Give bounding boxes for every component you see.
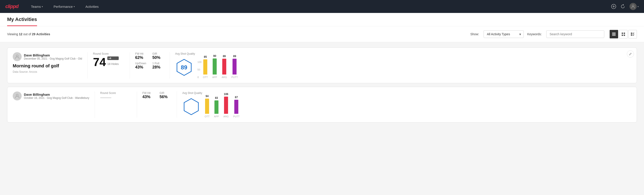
filter-bar: Viewing 12 out of 29 Activities Show: Al… <box>0 26 644 42</box>
shot-quality-inner-2: 94OTT83APP106ARG87PUTT <box>182 96 280 118</box>
gir-value: 50% <box>152 55 164 60</box>
svg-rect-11 <box>624 34 625 36</box>
round-score-label: Round Score <box>93 52 124 55</box>
divider <box>94 92 95 118</box>
stat-one-putt: 1 Putt 28% <box>152 62 164 70</box>
data-source: Data Source: Arccos <box>13 70 82 74</box>
bar-label: OTT <box>205 115 210 118</box>
navbar: clippd Teams ▾ Performance ▾ Activities <box>0 0 644 13</box>
gir-label-2: GIR <box>160 92 172 94</box>
divider <box>137 92 137 118</box>
activity-type-select-wrapper: All Activity Types <box>484 30 524 38</box>
bar-group: 85OTT <box>203 55 208 78</box>
bar <box>224 96 228 114</box>
view-list-detail-button[interactable] <box>628 30 637 38</box>
card-left: Dave Billingham December 05, 2021 · Gog … <box>13 52 82 74</box>
show-label: Show: <box>470 32 479 36</box>
activity-card-1: Dave Billingham December 05, 2021 · Gog … <box>7 48 637 83</box>
activity-title: Morning round of golf <box>13 63 82 68</box>
bar-label: PUTT <box>233 115 240 118</box>
y-label-100: 100 <box>198 61 202 63</box>
nav-activities[interactable]: Activities <box>84 4 100 9</box>
view-grid-button[interactable] <box>619 30 628 38</box>
score-display: 74 +4 18 Holes <box>93 56 124 68</box>
bar-value-label: 87 <box>235 96 238 99</box>
hexagon: 89 <box>175 58 193 76</box>
one-putt-label: 1 Putt <box>152 62 164 65</box>
user-details-2: Dave Billingham October 16, 2021 · Gog M… <box>24 92 89 100</box>
bar-label: ARG <box>223 115 229 118</box>
fw-hit-value-2: 43% <box>142 94 154 99</box>
brand-logo[interactable]: clippd <box>5 4 18 9</box>
svg-rect-15 <box>631 34 632 36</box>
bar-group: 83APP <box>214 96 219 118</box>
svg-rect-7 <box>612 35 616 36</box>
refresh-button[interactable] <box>620 4 625 9</box>
svg-rect-9 <box>624 32 625 34</box>
divider <box>177 92 177 118</box>
score-badge: +4 <box>107 56 119 60</box>
bar-chart-wrapper: 100 50 0 85OTT90APP89ARG89PUTT <box>198 56 238 78</box>
bar-group: 89PUTT <box>232 55 238 78</box>
hexagon-2 <box>182 98 200 116</box>
stat-gir: GIR 50% <box>152 52 164 60</box>
activity-type-select[interactable]: All Activity Types <box>484 30 524 38</box>
search-input[interactable] <box>546 30 604 38</box>
bar-label: PUTT <box>232 76 238 78</box>
svg-point-18 <box>16 55 18 57</box>
svg-point-20 <box>16 94 18 96</box>
bar <box>203 59 207 74</box>
avatar-2 <box>13 92 22 100</box>
hex-quality-number: 89 <box>181 64 187 71</box>
svg-point-3 <box>632 5 634 7</box>
round-score-label-2: Round Score <box>100 92 132 94</box>
svg-rect-10 <box>622 34 623 36</box>
gir-label: GIR <box>152 52 164 55</box>
bar-group: 106ARG <box>223 92 229 118</box>
bar <box>213 58 217 74</box>
avatar <box>13 52 22 61</box>
user-date: December 05, 2021 · Gog Magog Golf Club … <box>24 57 82 60</box>
shot-quality-inner: 89 100 50 0 85OTT90APP89ARG89PUTT <box>175 56 273 78</box>
stat-gir-2: GIR 56% <box>160 92 172 99</box>
edit-button[interactable] <box>627 50 634 58</box>
updown-value: 43% <box>135 65 147 70</box>
navbar-actions: ▾ <box>611 3 639 10</box>
page-header: My Activities <box>0 13 644 26</box>
bar-value-label: 83 <box>215 96 218 100</box>
add-button[interactable] <box>611 4 616 9</box>
stat-fw-hit: FW Hit 62% <box>135 52 147 60</box>
bar-value-label: 94 <box>206 94 208 98</box>
gir-value-2: 56% <box>160 94 172 99</box>
svg-rect-13 <box>632 33 634 33</box>
user-name-2: Dave Billingham <box>24 92 89 96</box>
svg-marker-21 <box>184 98 198 115</box>
stats-grid-2: FW Hit 43% GIR 56% <box>142 92 172 99</box>
svg-rect-14 <box>632 34 634 34</box>
card-left-2: Dave Billingham October 16, 2021 · Gog M… <box>13 92 89 103</box>
updown-label: Up/Down <box>135 62 147 65</box>
stat-updown: Up/Down 43% <box>135 62 147 70</box>
nav-performance[interactable]: Performance ▾ <box>52 4 76 9</box>
bar <box>234 100 238 114</box>
bar-group: 87PUTT <box>233 96 240 118</box>
nav-teams[interactable]: Teams ▾ <box>29 4 45 9</box>
svg-rect-4 <box>612 32 616 33</box>
user-date-2: October 16, 2021 · Gog Magog Golf Club -… <box>24 96 89 100</box>
page-title: My Activities <box>7 16 37 26</box>
user-info: Dave Billingham December 05, 2021 · Gog … <box>13 52 82 61</box>
hexagon-wrapper-2 <box>182 98 200 116</box>
avatar-button[interactable]: ▾ <box>630 3 639 10</box>
view-list-dense-button[interactable] <box>610 30 618 38</box>
viewing-count-text: Viewing 12 out of 29 Activities <box>7 32 467 36</box>
avg-shot-quality-label-2: Avg Shot Quality <box>182 92 280 94</box>
user-name: Dave Billingham <box>24 53 82 57</box>
y-label-0: 0 <box>198 76 202 78</box>
score-placeholder <box>100 97 111 98</box>
svg-rect-17 <box>632 35 634 36</box>
bar-label: ARG <box>222 76 227 78</box>
bar <box>232 59 236 74</box>
bar-group: 89ARG <box>222 55 227 78</box>
activity-card-2: Dave Billingham October 16, 2021 · Gog M… <box>7 87 637 122</box>
avatar <box>630 3 637 10</box>
